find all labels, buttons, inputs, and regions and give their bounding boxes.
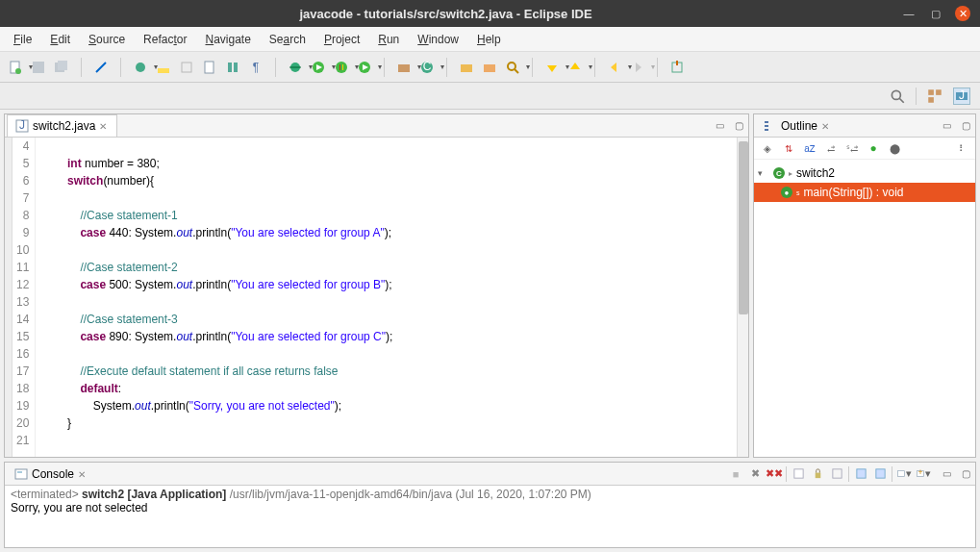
vertical-scrollbar[interactable] xyxy=(737,138,748,457)
forward-button[interactable] xyxy=(628,58,647,77)
wand-icon[interactable] xyxy=(91,58,111,77)
menu-navigate[interactable]: Navigate xyxy=(197,30,258,49)
toggle-mark-button[interactable] xyxy=(223,58,242,77)
main-toolbar: ¶ C xyxy=(0,52,980,83)
search-icon[interactable] xyxy=(889,88,906,105)
new-package-button[interactable] xyxy=(394,58,414,77)
close-console-icon[interactable]: ✕ xyxy=(78,469,88,479)
menu-window[interactable]: Window xyxy=(410,30,466,49)
java-perspective-button[interactable]: J xyxy=(953,88,970,105)
open-perspective-button[interactable] xyxy=(926,88,943,105)
az-sort-icon[interactable]: az xyxy=(802,140,817,156)
minimize-view-icon[interactable]: ▭ xyxy=(939,118,954,134)
show-console-on-err-icon[interactable] xyxy=(872,466,888,482)
maximize-view-icon[interactable]: ▢ xyxy=(958,466,973,482)
outline-node-main[interactable]: ●s main(String[]) : void xyxy=(754,183,975,202)
tab-switch2-java[interactable]: J switch2.java ✕ xyxy=(7,114,117,137)
show-console-on-out-icon[interactable] xyxy=(853,466,868,482)
svg-marker-28 xyxy=(547,65,557,72)
next-annotation-button[interactable] xyxy=(542,58,562,77)
svg-rect-53 xyxy=(897,471,904,477)
line-number-gutter: 456789101112131415161718192021 xyxy=(13,138,36,457)
tab-outline[interactable]: Outline ✕ xyxy=(756,114,839,137)
open-type-button[interactable] xyxy=(457,58,476,77)
hide-local-icon[interactable]: ⬤ xyxy=(887,140,902,156)
menu-source[interactable]: Source xyxy=(81,30,133,49)
svg-marker-29 xyxy=(570,63,580,69)
maximize-button[interactable]: ▢ xyxy=(928,6,943,21)
svg-rect-4 xyxy=(58,61,67,70)
highlight-button[interactable] xyxy=(154,58,173,77)
svg-rect-2 xyxy=(33,62,44,73)
save-all-button[interactable] xyxy=(52,58,71,77)
coverage-button[interactable] xyxy=(332,58,351,77)
console-output[interactable]: <terminated> switch2 [Java Application] … xyxy=(5,486,975,547)
sort-icon[interactable]: ⇅ xyxy=(781,140,796,156)
word-wrap-icon[interactable] xyxy=(829,466,844,482)
menu-help[interactable]: Help xyxy=(469,30,509,49)
expand-icon[interactable]: ▾ xyxy=(758,168,769,178)
outline-tree[interactable]: ▾ C▸ switch2 ●s main(String[]) : void xyxy=(754,160,975,457)
block-select-button[interactable] xyxy=(177,58,196,77)
pilcrow-icon[interactable]: ¶ xyxy=(246,58,265,77)
menu-edit[interactable]: Edit xyxy=(42,30,78,49)
toggle-breakpoint-button[interactable] xyxy=(131,58,150,77)
show-whitespace-button[interactable] xyxy=(200,58,219,77)
menu-file[interactable]: File xyxy=(6,30,39,49)
new-button[interactable] xyxy=(6,58,25,77)
console-pane: Console ✕ ■ ✖ ✖✖ ▾ +▾ ▭ ▢ xyxy=(4,462,976,548)
run-last-button[interactable] xyxy=(355,58,374,77)
svg-rect-51 xyxy=(856,469,865,478)
display-selected-console-icon[interactable]: +▾ xyxy=(916,466,931,482)
code-area[interactable]: int number = 380; switch(number){ //Case… xyxy=(36,138,737,457)
prev-annotation-button[interactable] xyxy=(565,58,585,77)
remove-all-icon[interactable]: ✖✖ xyxy=(766,466,782,482)
hide-fields-icon[interactable]: ⥄ xyxy=(823,140,839,156)
minimize-view-icon[interactable]: ▭ xyxy=(939,466,954,482)
maximize-view-icon[interactable]: ▢ xyxy=(958,118,973,134)
back-button[interactable] xyxy=(605,58,624,77)
focus-icon[interactable]: ◈ xyxy=(760,140,775,156)
pin-editor-button[interactable] xyxy=(667,58,687,77)
scrollbar-thumb[interactable] xyxy=(739,141,748,314)
code-editor[interactable]: 456789101112131415161718192021 int numbe… xyxy=(5,138,748,457)
hide-static-icon[interactable]: ˢ⥄ xyxy=(844,140,860,156)
terminate-relaunch-icon[interactable]: ■ xyxy=(728,466,743,482)
svg-text:C: C xyxy=(423,60,432,73)
svg-rect-43 xyxy=(765,121,768,123)
debug-button[interactable] xyxy=(286,58,305,77)
console-icon xyxy=(14,467,28,481)
pin-console-icon[interactable]: ▾ xyxy=(896,466,912,482)
svg-point-6 xyxy=(136,63,145,72)
outline-node-class[interactable]: ▾ C▸ switch2 xyxy=(754,163,975,183)
view-menu-icon[interactable]: ⠇ xyxy=(954,140,969,156)
svg-rect-25 xyxy=(484,64,495,72)
close-outline-icon[interactable]: ✕ xyxy=(821,121,831,131)
open-task-button[interactable] xyxy=(480,58,499,77)
window-titlebar: javacode - tutorials/src/switch2.java - … xyxy=(0,0,980,27)
hide-nonpublic-icon[interactable]: ● xyxy=(866,140,881,156)
svg-rect-18 xyxy=(342,64,343,70)
menu-run[interactable]: Run xyxy=(370,30,407,49)
tab-console[interactable]: Console ✕ xyxy=(7,463,95,485)
menu-project[interactable]: Project xyxy=(316,30,367,49)
close-button[interactable]: ✕ xyxy=(955,6,970,21)
scroll-lock-icon[interactable] xyxy=(810,466,825,482)
menu-refactor[interactable]: Refactor xyxy=(136,30,194,49)
minimize-view-icon[interactable]: ▭ xyxy=(712,118,727,134)
window-controls: — ▢ ✕ xyxy=(892,6,980,21)
minimize-button[interactable]: — xyxy=(901,6,917,21)
new-class-button[interactable]: C xyxy=(417,58,437,77)
svg-line-27 xyxy=(515,69,518,73)
save-button[interactable] xyxy=(29,58,48,77)
maximize-view-icon[interactable]: ▢ xyxy=(731,118,746,134)
run-button[interactable] xyxy=(309,58,328,77)
close-tab-icon[interactable]: ✕ xyxy=(99,121,109,131)
menu-search[interactable]: Search xyxy=(262,30,314,49)
svg-rect-24 xyxy=(461,64,472,72)
svg-rect-52 xyxy=(875,469,884,478)
search-button[interactable] xyxy=(503,58,522,77)
clear-console-icon[interactable] xyxy=(791,466,806,482)
svg-rect-50 xyxy=(832,469,841,478)
remove-launch-icon[interactable]: ✖ xyxy=(747,466,763,482)
